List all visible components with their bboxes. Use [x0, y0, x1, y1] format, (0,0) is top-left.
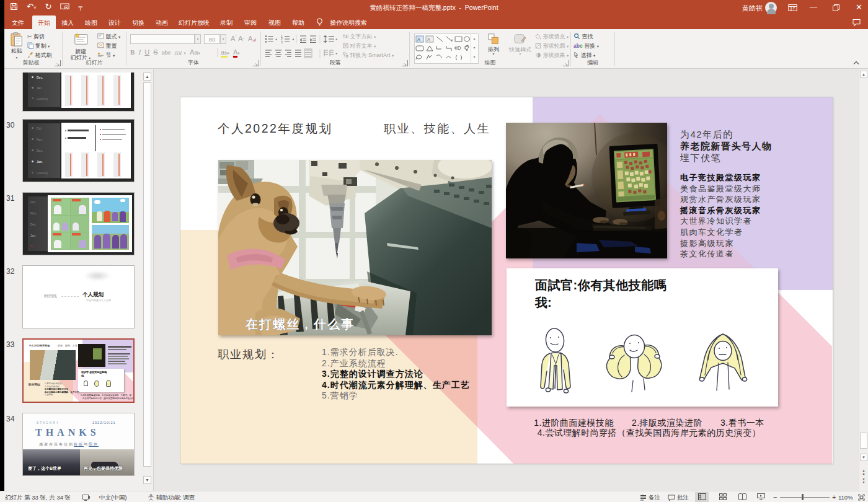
svg-text:A: A [417, 37, 420, 42]
svg-text:在打螺丝，什么事: 在打螺丝，什么事 [245, 317, 355, 331]
svg-text:3: 3 [281, 40, 283, 44]
svg-text:A: A [427, 37, 430, 42]
